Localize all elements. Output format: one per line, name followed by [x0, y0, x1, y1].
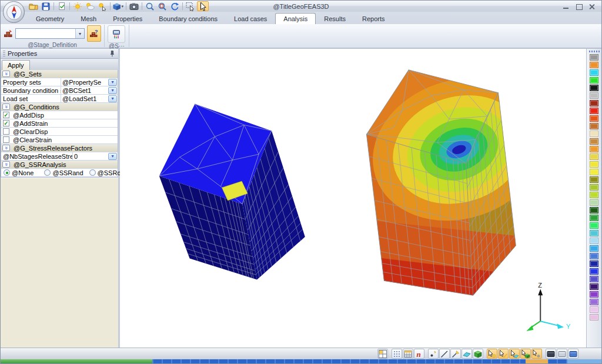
- color-swatch[interactable]: [590, 138, 598, 145]
- color-swatch[interactable]: [590, 276, 598, 282]
- select-free-button[interactable]: [531, 349, 542, 359]
- cleardisp-checkbox[interactable]: [3, 128, 9, 135]
- color-swatch[interactable]: [590, 115, 598, 122]
- color-swatch[interactable]: [590, 161, 598, 168]
- color-swatch[interactable]: [590, 230, 598, 236]
- collapse-chevron-icon[interactable]: [2, 71, 10, 77]
- draw-plane-button[interactable]: [461, 349, 472, 359]
- color-swatch[interactable]: [590, 85, 598, 91]
- taskbar-tray-area[interactable]: [567, 359, 601, 363]
- zoom-window-button[interactable]: [156, 1, 168, 11]
- draw-point-button[interactable]: [428, 349, 439, 359]
- color-swatch[interactable]: [590, 253, 598, 259]
- tab-reports[interactable]: Reports: [354, 13, 393, 24]
- color-swatch[interactable]: [590, 299, 598, 305]
- color-swatch[interactable]: [590, 268, 598, 275]
- color-swatch[interactable]: [590, 153, 598, 160]
- select-face-button[interactable]: [509, 349, 520, 359]
- color-swatch[interactable]: [590, 306, 598, 313]
- stage-help-button[interactable]: [87, 25, 101, 42]
- section-header-gconditions[interactable]: @G_Conditions: [1, 103, 118, 111]
- color-swatch[interactable]: [590, 69, 598, 76]
- color-swatch[interactable]: [590, 100, 598, 106]
- adddisp-checkbox[interactable]: [3, 112, 9, 118]
- color-swatch[interactable]: [590, 222, 598, 229]
- draw-solid-button[interactable]: [473, 349, 483, 359]
- dropdown-icon[interactable]: [108, 87, 117, 94]
- cloud-sun-button[interactable]: [84, 1, 96, 11]
- tab-analysis[interactable]: Analysis: [275, 13, 316, 24]
- section-header-gsets[interactable]: @G_Sets: [1, 70, 118, 78]
- palette-grip-icon[interactable]: [589, 51, 600, 52]
- combobox-dropdown-icon[interactable]: [75, 29, 84, 38]
- taskbar-start-area[interactable]: [1, 359, 152, 363]
- viewport-layout-button[interactable]: [377, 349, 388, 359]
- color-swatch[interactable]: [590, 169, 598, 175]
- properties-panel-title-bar[interactable]: Properties: [1, 49, 118, 59]
- snapshot-button[interactable]: [128, 1, 140, 11]
- select-edge-button[interactable]: [498, 349, 509, 359]
- color-swatch[interactable]: [590, 62, 598, 68]
- viewport-canvas[interactable]: Z Y: [120, 49, 586, 348]
- tab-load-cases[interactable]: Load cases: [226, 13, 275, 24]
- table-view-button[interactable]: [403, 349, 413, 359]
- view-cube-button[interactable]: ▾: [112, 1, 124, 11]
- addstrain-checkbox[interactable]: [3, 120, 9, 126]
- color-swatch[interactable]: [590, 108, 598, 114]
- solver-button[interactable]: [108, 25, 125, 43]
- dropdown-icon[interactable]: [108, 79, 117, 86]
- save-button[interactable]: [40, 1, 52, 11]
- color-swatch[interactable]: [590, 291, 598, 298]
- taskbar-area[interactable]: [152, 359, 601, 363]
- draw-polyline-button[interactable]: [450, 349, 461, 359]
- minimize-button[interactable]: [563, 4, 570, 9]
- tab-mesh[interactable]: Mesh: [72, 13, 105, 24]
- dropdown-icon[interactable]: [108, 95, 117, 102]
- pin-icon[interactable]: [108, 50, 116, 58]
- apply-tab[interactable]: Apply: [2, 60, 30, 70]
- taskbar-active-item[interactable]: [526, 359, 548, 363]
- clearstrain-checkbox[interactable]: [3, 136, 9, 143]
- rotate-view-button[interactable]: [169, 1, 180, 11]
- color-swatch[interactable]: [590, 192, 598, 198]
- ssronly-radio[interactable]: [89, 169, 96, 176]
- application-menu-button[interactable]: [3, 1, 25, 23]
- color-swatch[interactable]: [590, 146, 598, 152]
- maximize-button[interactable]: [576, 4, 583, 9]
- node-grid-button[interactable]: [392, 349, 402, 359]
- result-contour-model[interactable]: [354, 56, 564, 348]
- render-shaded-button[interactable]: [568, 349, 578, 359]
- color-swatch[interactable]: [590, 92, 598, 99]
- tab-properties[interactable]: Properties: [105, 13, 150, 24]
- tab-boundary-conditions[interactable]: Boundary conditions: [150, 13, 226, 24]
- color-swatch[interactable]: [590, 314, 598, 320]
- tab-geometry[interactable]: Geometry: [28, 13, 72, 24]
- collapse-chevron-icon[interactable]: [2, 145, 10, 151]
- zoom-button[interactable]: [144, 1, 156, 11]
- color-swatch[interactable]: [590, 176, 598, 183]
- color-swatch[interactable]: [590, 131, 598, 137]
- cursor-button[interactable]: [197, 1, 209, 11]
- close-button[interactable]: [588, 4, 596, 9]
- dropdown-icon[interactable]: [108, 153, 117, 160]
- render-flat-button[interactable]: [557, 349, 567, 359]
- collapse-chevron-icon[interactable]: [2, 161, 10, 168]
- render-wireframe-button[interactable]: [546, 349, 556, 359]
- color-swatch[interactable]: [590, 199, 598, 206]
- import-button[interactable]: [56, 1, 68, 11]
- color-swatch[interactable]: [590, 283, 598, 290]
- color-swatch[interactable]: [590, 261, 598, 267]
- function-plot-button[interactable]: [414, 349, 424, 359]
- color-swatch[interactable]: [590, 215, 598, 221]
- select-node-button[interactable]: [487, 349, 497, 359]
- ssrand-radio[interactable]: [44, 169, 51, 176]
- color-swatch[interactable]: [590, 245, 598, 252]
- color-swatch[interactable]: [590, 184, 598, 191]
- section-header-stress-release[interactable]: @G_StressReleaseFactors: [1, 144, 118, 152]
- color-swatch[interactable]: [590, 207, 598, 213]
- mesh-model[interactable]: [159, 104, 305, 280]
- section-header-ssranalysis[interactable]: @G_SSRAnalysis: [1, 161, 118, 169]
- none-radio[interactable]: [4, 169, 10, 176]
- sun-button[interactable]: [72, 1, 83, 11]
- color-swatch[interactable]: [590, 123, 598, 129]
